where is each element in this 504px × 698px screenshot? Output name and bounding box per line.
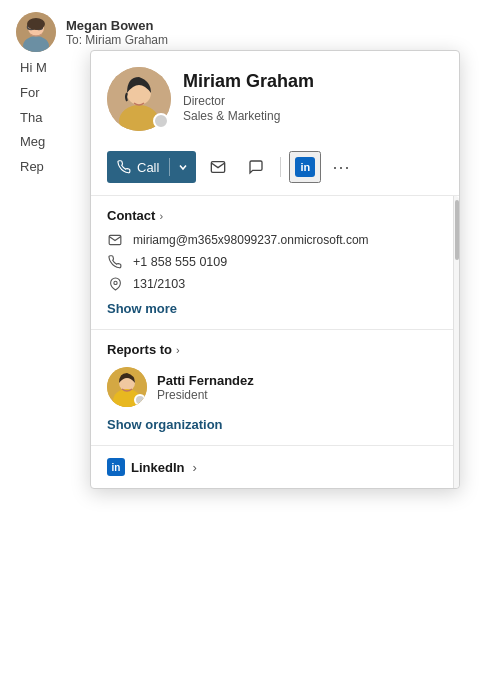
- svg-point-6: [27, 18, 45, 30]
- reports-presence-indicator: [134, 394, 146, 406]
- contact-location-value: 131/2103: [133, 277, 185, 291]
- contact-chevron-icon: ›: [159, 210, 163, 222]
- chevron-down-icon: [178, 162, 188, 172]
- linkedin-icon: in: [295, 157, 315, 177]
- reports-to-title: Reports to: [107, 342, 172, 357]
- chat-icon: [248, 159, 264, 175]
- phone-contact-icon: [107, 255, 123, 269]
- scroll-thumb: [455, 200, 459, 260]
- card-actions: Call in ···: [91, 143, 459, 195]
- chat-button[interactable]: [240, 151, 272, 183]
- card-name-section: Miriam Graham Director Sales & Marketing: [183, 67, 443, 123]
- contact-title: Director: [183, 94, 443, 108]
- contact-location-item: 131/2103: [107, 277, 443, 291]
- reports-person-role: President: [157, 388, 254, 402]
- card-header: Miriam Graham Director Sales & Marketing: [91, 51, 459, 143]
- presence-indicator: [153, 113, 169, 129]
- show-organization-link[interactable]: Show organization: [107, 417, 223, 432]
- contact-email-value: miriamg@m365x98099237.onmicrosoft.com: [133, 233, 369, 247]
- sender-info: Megan Bowen To: Miriam Graham: [66, 18, 168, 47]
- contact-phone-item: +1 858 555 0109: [107, 255, 443, 269]
- contact-section-title: Contact: [107, 208, 155, 223]
- phone-icon: [117, 160, 131, 174]
- more-dots-icon: ···: [332, 157, 350, 178]
- contact-email-item: miriamg@m365x98099237.onmicrosoft.com: [107, 233, 443, 247]
- action-separator: [280, 157, 281, 177]
- card-avatar-wrap: [107, 67, 171, 131]
- email-icon: [210, 159, 226, 175]
- contact-department: Sales & Marketing: [183, 109, 443, 123]
- email-sender-row: Megan Bowen To: Miriam Graham: [16, 12, 488, 52]
- sender-to: To: Miriam Graham: [66, 33, 168, 47]
- reports-chevron-icon: ›: [176, 344, 180, 356]
- reports-to-header[interactable]: Reports to ›: [107, 342, 443, 357]
- linkedin-section-icon: in: [107, 458, 125, 476]
- svg-point-10: [113, 281, 116, 284]
- sender-avatar: [16, 12, 56, 52]
- location-icon: [107, 277, 123, 291]
- email-contact-icon: [107, 233, 123, 247]
- contact-section-header[interactable]: Contact ›: [107, 208, 443, 223]
- call-button[interactable]: Call: [107, 151, 169, 183]
- contact-name: Miriam Graham: [183, 71, 443, 92]
- call-button-group[interactable]: Call: [107, 151, 196, 183]
- call-dropdown-button[interactable]: [170, 151, 196, 183]
- show-more-link[interactable]: Show more: [107, 301, 177, 316]
- call-button-label: Call: [137, 160, 159, 175]
- contact-section: Contact › miriamg@m365x98099237.onmicros…: [91, 196, 459, 330]
- reports-person-name: Patti Fernandez: [157, 373, 254, 388]
- sender-name: Megan Bowen: [66, 18, 168, 33]
- more-options-button[interactable]: ···: [327, 153, 355, 181]
- reports-to-section: Reports to › Patti Fernandez: [91, 330, 459, 446]
- linkedin-section[interactable]: in LinkedIn ›: [91, 446, 459, 488]
- contact-phone-value: +1 858 555 0109: [133, 255, 227, 269]
- email-button[interactable]: [202, 151, 234, 183]
- linkedin-section-chevron: ›: [192, 460, 196, 475]
- reports-avatar: [107, 367, 147, 407]
- reports-to-person: Patti Fernandez President: [107, 367, 443, 407]
- card-body[interactable]: Contact › miriamg@m365x98099237.onmicros…: [91, 195, 459, 488]
- reports-person-info: Patti Fernandez President: [157, 373, 254, 402]
- linkedin-section-label: LinkedIn: [131, 460, 184, 475]
- scroll-indicator: [453, 196, 459, 488]
- contact-card: Miriam Graham Director Sales & Marketing…: [90, 50, 460, 489]
- linkedin-button[interactable]: in: [289, 151, 321, 183]
